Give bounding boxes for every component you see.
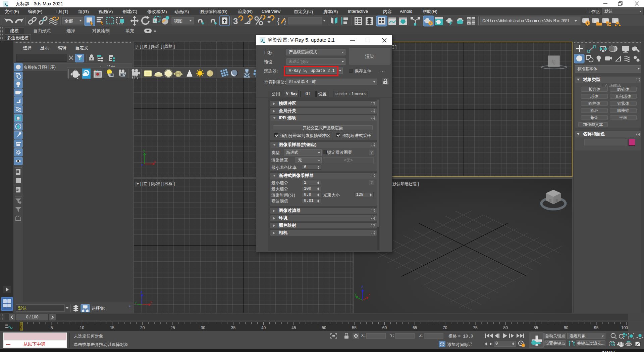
svg-text:80: 80 <box>503 325 508 330</box>
svg-text:20: 20 <box>140 325 145 330</box>
svg-text:15: 15 <box>110 325 115 330</box>
svg-text:前: 前 <box>555 199 558 202</box>
svg-text:3: 3 <box>4 1 6 6</box>
svg-text:C:\Users\Administrator\Documen: C:\Users\Administrator\Documents\3ds Max… <box>482 18 570 24</box>
svg-text:35: 35 <box>231 325 236 330</box>
svg-text:95: 95 <box>594 325 599 330</box>
svg-text:前: 前 <box>551 59 556 65</box>
svg-text:65: 65 <box>413 325 417 330</box>
svg-text:z: z <box>141 290 143 294</box>
svg-text:70: 70 <box>443 325 447 330</box>
svg-text:85: 85 <box>534 325 538 330</box>
svg-text:3: 3 <box>233 16 238 26</box>
svg-text:x: x <box>150 300 152 304</box>
svg-text:视图: 视图 <box>174 18 182 24</box>
svg-text:x: x <box>154 160 156 164</box>
svg-text:90: 90 <box>564 325 569 330</box>
svg-text:3: 3 <box>261 38 263 43</box>
svg-text:10: 10 <box>80 325 85 330</box>
svg-text:z: z <box>141 163 143 166</box>
svg-text:5: 5 <box>51 325 53 330</box>
svg-text:y: y <box>355 292 357 296</box>
svg-text:40: 40 <box>261 325 266 330</box>
svg-text:45: 45 <box>291 325 296 330</box>
svg-text:y: y <box>135 300 137 304</box>
svg-text:全部: 全部 <box>64 18 73 24</box>
svg-text:50: 50 <box>322 325 326 330</box>
svg-text:y: y <box>143 148 145 152</box>
svg-text:25: 25 <box>170 325 175 330</box>
svg-text:左: 左 <box>549 199 552 202</box>
svg-text:{: { <box>277 17 279 25</box>
svg-text:x: x <box>368 292 370 296</box>
svg-text:100: 100 <box>621 325 628 330</box>
svg-text:z: z <box>361 284 363 289</box>
svg-text:}: } <box>284 17 286 25</box>
svg-text:60: 60 <box>382 325 387 330</box>
svg-text:30: 30 <box>201 325 206 330</box>
svg-text:55: 55 <box>352 325 357 330</box>
svg-text:75: 75 <box>473 325 478 330</box>
